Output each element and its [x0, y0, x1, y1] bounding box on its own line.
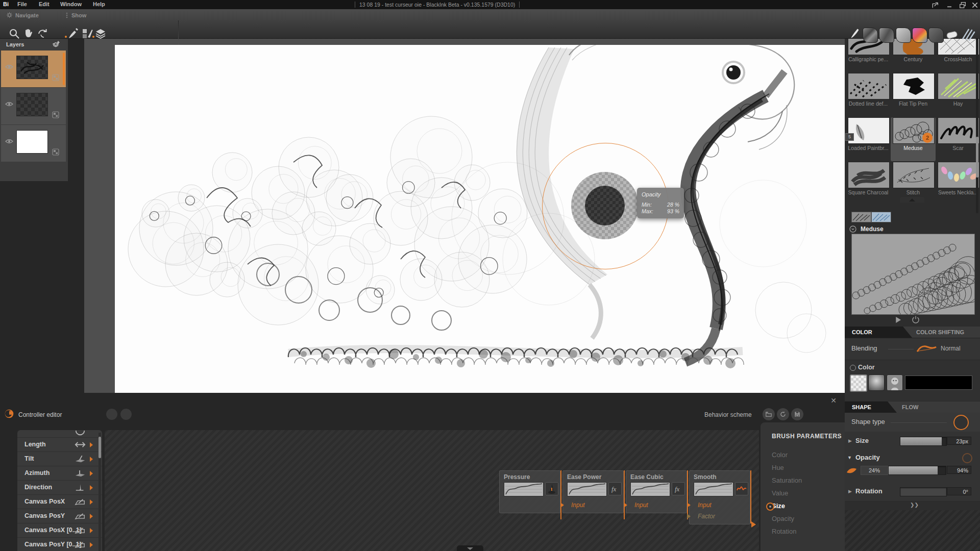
layer-item-1[interactable] — [1, 51, 66, 88]
brush-preset-charcoal[interactable]: Square Charcoal — [846, 162, 891, 206]
size-value[interactable]: 23px — [947, 437, 971, 445]
behavior-scheme-open-icon[interactable] — [763, 408, 775, 420]
rotation-expand-caret[interactable]: ▶ — [848, 489, 852, 494]
layer-thumbnail[interactable] — [16, 130, 48, 154]
show-layers-icon[interactable] — [94, 28, 107, 40]
menu-item-help[interactable]: Help — [93, 1, 105, 7]
node-ease-power[interactable]: Ease PowerfxInput — [562, 470, 624, 513]
brush-parameter-value[interactable]: Value — [772, 489, 788, 497]
layer-thumbnail[interactable] — [16, 56, 48, 79]
node-curve-thumbnail[interactable] — [630, 482, 670, 496]
node-fx-button[interactable]: fx — [672, 482, 685, 495]
menu-item-window[interactable]: Window — [60, 1, 82, 7]
brush-type-color-icon[interactable] — [912, 28, 927, 43]
brush-type-5-icon[interactable] — [928, 28, 944, 43]
opacity-collapse-caret[interactable]: ▼ — [847, 455, 852, 460]
color-palette-button[interactable] — [850, 374, 867, 392]
preview-play-icon[interactable] — [893, 315, 902, 324]
node-port-factor[interactable]: Factor — [698, 513, 715, 520]
color-radio-icon[interactable] — [850, 365, 856, 371]
current-color-swatch[interactable] — [905, 375, 972, 390]
opacity-slider[interactable] — [888, 466, 946, 475]
layer-visibility-eye-icon[interactable] — [5, 101, 13, 107]
rotation-slider[interactable] — [900, 487, 947, 496]
shape-type-circle-icon[interactable] — [953, 415, 969, 430]
preview-power-icon[interactable] — [911, 315, 920, 324]
layer-item-3[interactable] — [1, 125, 66, 162]
layer-alpha-icon[interactable] — [52, 74, 59, 81]
minimize-icon[interactable] — [945, 1, 953, 8]
controller-input-tilt[interactable]: Tilt — [17, 452, 102, 466]
liner-brush-tool-icon[interactable] — [849, 27, 862, 41]
brush-parameter-size[interactable]: Size — [772, 502, 785, 510]
brush-preset-flat[interactable]: Flat Tip Pen — [891, 73, 936, 117]
controller-editor-button-1[interactable] — [106, 409, 117, 420]
opacity-min-value[interactable]: 24% — [861, 466, 888, 475]
layer-visibility-eye-icon[interactable] — [5, 138, 13, 144]
controller-input-partial[interactable] — [17, 430, 102, 438]
controller-input-canvas-posx[interactable]: Canvas PosX — [17, 495, 102, 509]
close-icon[interactable] — [971, 1, 979, 8]
behavior-scheme-save-icon[interactable] — [791, 408, 803, 420]
node-port-input[interactable]: Input — [634, 502, 648, 509]
node-pressure[interactable]: Pressure — [499, 470, 560, 513]
brush-parameter-opacity[interactable]: Opacity — [772, 515, 794, 522]
rotation-value[interactable]: 0° — [947, 487, 971, 495]
brush-preset-dotted[interactable]: Dotted line def... — [846, 73, 891, 117]
shape-more-chevron[interactable]: ❯❯ — [910, 502, 919, 508]
controller-input-canvas-posy[interactable]: Canvas PosY — [17, 509, 102, 523]
brush-variant-thumb-1[interactable] — [851, 212, 871, 222]
canvas-viewport[interactable] — [84, 38, 845, 393]
tab-color[interactable]: COLOR — [845, 327, 912, 338]
zoom-tool-icon[interactable] — [8, 28, 20, 40]
layer-item-2[interactable] — [1, 88, 66, 125]
controller-input-direction[interactable]: Direction — [17, 481, 102, 495]
color-dome-button[interactable] — [868, 374, 885, 391]
node-stylus-button[interactable] — [545, 482, 558, 495]
behavior-scheme-reset-icon[interactable] — [777, 408, 789, 420]
brush-parameter-saturation[interactable]: Saturation — [772, 477, 802, 484]
brush-type-2-icon[interactable] — [879, 28, 894, 43]
canvas-document[interactable] — [115, 45, 845, 393]
node-wave-button[interactable] — [735, 482, 748, 495]
bottom-panel-handle[interactable] — [457, 545, 483, 551]
layer-visibility-eye-icon[interactable] — [5, 64, 13, 70]
blending-value[interactable]: Normal — [941, 345, 961, 352]
brush-variant-thumb-2[interactable] — [871, 212, 891, 222]
brush-preset-meduse[interactable]: Meduse2 — [891, 117, 936, 161]
collapse-chevron-icon[interactable] — [849, 225, 857, 233]
tab-flow[interactable]: FLOW — [902, 402, 918, 413]
controller-input-canvas-posy-0-1-[interactable]: Canvas PosY [0..1] — [17, 538, 102, 551]
brush-type-3-icon[interactable] — [896, 28, 911, 43]
brush-detail-header[interactable]: Meduse — [849, 225, 884, 233]
size-expand-caret[interactable]: ▶ — [848, 438, 852, 443]
opacity-max-value[interactable]: 94% — [947, 466, 971, 474]
controller-editor-close-icon[interactable]: ✕ — [830, 397, 837, 404]
preset-scrollbar[interactable] — [976, 30, 978, 213]
size-slider[interactable] — [900, 437, 947, 446]
node-curve-thumbnail[interactable] — [504, 482, 544, 496]
brush-type-1-icon[interactable] — [863, 28, 878, 43]
brush-preset-hay[interactable]: Hay — [936, 73, 980, 117]
node-port-input[interactable]: Input — [698, 502, 712, 509]
node-fx-button[interactable]: fx — [608, 482, 622, 495]
controller-list-scrollbar[interactable] — [99, 433, 101, 551]
node-graph-area[interactable]: PressureEase PowerfxInputEase CubicfxInp… — [105, 430, 759, 551]
brush-parameter-color[interactable]: Color — [772, 451, 788, 459]
layer-thumbnail[interactable] — [16, 93, 48, 116]
restore-icon[interactable] — [959, 1, 967, 8]
menu-item-file[interactable]: File — [17, 1, 27, 7]
node-smooth[interactable]: SmoothInputFactor — [689, 470, 750, 524]
node-ease-cubic[interactable]: Ease CubicfxInput — [626, 470, 687, 513]
hatch-brush-tool-icon[interactable] — [961, 27, 976, 41]
controller-input-length[interactable]: Length — [17, 438, 102, 452]
add-layer-icon[interactable] — [51, 40, 61, 49]
layer-alpha-icon[interactable] — [52, 148, 59, 156]
snap-corner-icon[interactable] — [931, 1, 939, 8]
color-image-button[interactable] — [887, 374, 903, 391]
menu-item-edit[interactable]: Edit — [39, 1, 50, 7]
show-interface-icon[interactable] — [81, 28, 93, 40]
pan-tool-icon[interactable] — [22, 28, 35, 40]
brush-parameter-rotation[interactable]: Rotation — [772, 528, 796, 535]
brush-preset-sweets[interactable]: Sweets Neckla... — [936, 162, 980, 206]
